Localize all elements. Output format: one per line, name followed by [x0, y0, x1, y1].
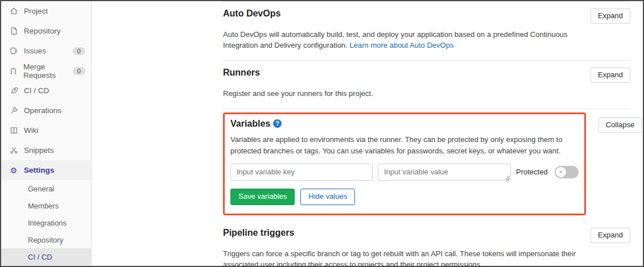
hide-values-button[interactable]: Hide values — [300, 189, 355, 205]
runners-description: Register and see your runners for this p… — [223, 88, 590, 99]
runners-section: Runners Expand Register and see your run… — [223, 61, 630, 109]
variable-value-wrap — [378, 164, 511, 181]
variables-collapse-button[interactable]: Collapse — [598, 118, 642, 133]
runners-title: Runners — [223, 68, 260, 78]
variable-key-input[interactable] — [230, 164, 373, 181]
sidebar-item-snippets[interactable]: Snippets — [1, 140, 91, 160]
sidebar-subitem-members[interactable]: Members — [1, 197, 91, 214]
auto-devops-expand-button[interactable]: Expand — [591, 9, 630, 24]
auto-devops-section: Auto DevOps Expand Auto DevOps will auto… — [223, 2, 630, 60]
sidebar-item-label: CI / CD — [24, 86, 49, 95]
issues-icon — [9, 47, 18, 56]
protected-label: Protected — [516, 168, 548, 176]
sidebar-item-label: Project — [24, 7, 48, 15]
sidebar-item-merge-requests[interactable]: Merge Requests 0 — [1, 61, 91, 81]
auto-devops-learn-more-link[interactable]: Learn more about Auto DevOps — [350, 41, 454, 49]
merge-request-icon — [9, 66, 18, 76]
rocket-icon — [9, 86, 18, 95]
merge-requests-count-badge: 0 — [73, 67, 85, 75]
home-icon — [9, 7, 18, 16]
gear-icon: ⚙ — [9, 166, 18, 175]
variables-description: Variables are applied to environments vi… — [230, 134, 579, 156]
help-icon[interactable]: ? — [273, 119, 282, 128]
sidebar-item-wiki[interactable]: Wiki — [1, 120, 91, 140]
pipeline-triggers-section: Pipeline triggers Expand Triggers can fo… — [223, 215, 630, 266]
sidebar-subitem-ci-cd[interactable]: CI / CD — [1, 248, 91, 265]
variables-section: Variables? Variables are applied to envi… — [223, 112, 630, 215]
sidebar-item-label: Wiki — [24, 126, 39, 135]
protected-toggle[interactable]: ✕ — [555, 166, 579, 178]
book-icon — [9, 126, 18, 135]
variables-highlight-box: Variables? Variables are applied to envi… — [223, 112, 586, 215]
issues-count-badge: 0 — [73, 47, 85, 55]
sidebar-item-settings[interactable]: ⚙ Settings — [1, 160, 91, 180]
pipeline-triggers-title: Pipeline triggers — [223, 228, 294, 238]
save-variables-button[interactable]: Save variables — [230, 189, 295, 205]
pipeline-triggers-description: Triggers can force a specific branch or … — [223, 248, 590, 266]
auto-devops-title: Auto DevOps — [223, 9, 280, 19]
sidebar-item-operations[interactable]: Operations — [1, 101, 91, 120]
pipeline-triggers-expand-button[interactable]: Expand — [591, 228, 630, 243]
settings-content: Auto DevOps Expand Auto DevOps will auto… — [92, 1, 643, 266]
auto-devops-description: Auto DevOps will automatically build, te… — [223, 29, 590, 51]
variable-value-textarea[interactable] — [378, 164, 511, 181]
runners-expand-button[interactable]: Expand — [591, 68, 630, 83]
sidebar-item-project[interactable]: Project — [1, 1, 91, 21]
scissors-icon — [9, 146, 18, 155]
sidebar-item-label: Merge Requests — [23, 62, 67, 80]
sidebar-subitem-repository[interactable]: Repository — [1, 231, 91, 248]
sidebar-subitem-integrations[interactable]: Integrations — [1, 214, 91, 231]
sidebar-item-label: Snippets — [24, 146, 54, 155]
document-icon — [9, 27, 18, 36]
sidebar-item-label: Settings — [24, 166, 54, 174]
sidebar-item-repository[interactable]: Repository — [1, 21, 91, 41]
sidebar-item-label: Issues — [24, 47, 46, 55]
sidebar-subitem-general[interactable]: General — [1, 180, 91, 197]
toggle-knob-icon: ✕ — [556, 167, 566, 177]
sidebar-item-issues[interactable]: Issues 0 — [1, 41, 91, 61]
section-divider — [223, 109, 630, 109]
variables-title: Variables? — [230, 119, 579, 129]
wrench-icon — [9, 106, 18, 115]
sidebar-item-label: Repository — [24, 27, 61, 35]
sidebar-item-label: Operations — [24, 106, 61, 115]
project-sidebar: Project Repository Issues 0 Merge Reques… — [1, 1, 92, 266]
sidebar-item-ci-cd[interactable]: CI / CD — [1, 81, 91, 101]
